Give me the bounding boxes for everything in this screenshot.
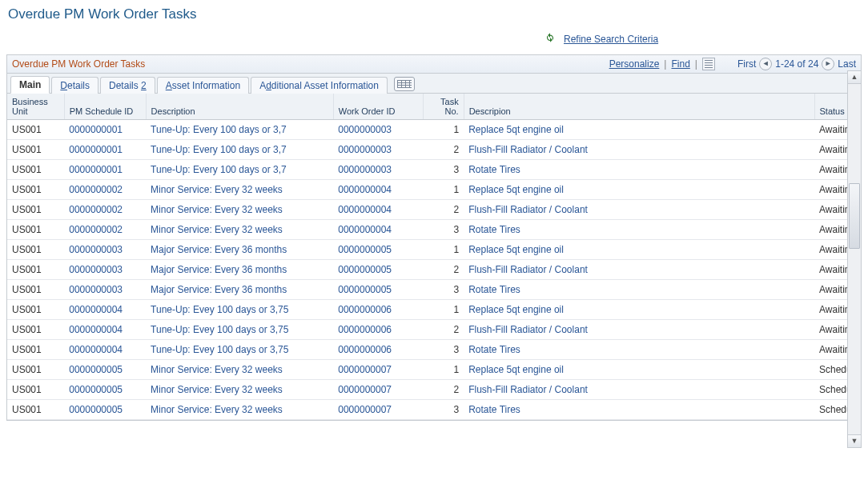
cell-desc2-link[interactable]: Flush-Fill Radiator / Coolant [468,204,588,215]
first-label[interactable]: First [737,58,756,70]
cell-woid-link[interactable]: 0000000003 [338,124,392,135]
cell-desc2-link[interactable]: Replace 5qt engine oil [468,304,564,315]
cell-woid-link[interactable]: 0000000007 [338,404,392,415]
cell-taskno: 1 [423,300,464,320]
cell-desc2-link[interactable]: Flush-Fill Radiator / Coolant [468,144,588,155]
cell-desc-link[interactable]: Tune-Up: Evey 100 days or 3,75 [151,304,288,315]
cell-desc-link[interactable]: Major Service: Every 36 months [151,264,287,275]
cell-taskno: 3 [423,280,464,300]
tab-details[interactable]: Details [51,77,98,94]
cell-desc-link[interactable]: Minor Service: Every 32 weeks [151,384,283,395]
cell-bu: US001 [7,340,64,360]
cell-desc-link[interactable]: Tune-Up: Evey 100 days or 3,75 [151,344,288,355]
cell-woid-link[interactable]: 0000000006 [338,344,392,355]
refine-search-criteria-link[interactable]: Refine Search Criteria [564,34,658,45]
tab-main[interactable]: Main [10,76,50,94]
cell-desc-link[interactable]: Minor Service: Every 32 weeks [151,364,283,375]
cell-pmsched-link[interactable]: 0000000005 [69,404,123,415]
cell-desc2-link[interactable]: Replace 5qt engine oil [468,124,564,135]
cell-woid-link[interactable]: 0000000004 [338,224,392,235]
cell-pmsched-link[interactable]: 0000000002 [69,204,123,215]
scroll-thumb[interactable] [849,183,860,249]
vertical-scrollbar[interactable]: ▲ ▼ [847,70,862,448]
cell-woid-link[interactable]: 0000000003 [338,164,392,175]
cell-pmsched-link[interactable]: 0000000003 [69,264,123,275]
cell-woid-link[interactable]: 0000000003 [338,144,392,155]
cell-desc-link[interactable]: Tune-Up: Evey 100 days or 3,75 [151,324,288,335]
cell-woid-link[interactable]: 0000000007 [338,364,392,375]
page-title: Overdue PM Work Order Tasks [0,0,868,26]
cell-pmsched-link[interactable]: 0000000003 [69,284,123,295]
cell-woid-link[interactable]: 0000000004 [338,204,392,215]
grid-horizontal-scroll[interactable]: Business UnitPM Schedule IDDescriptionWo… [7,94,861,420]
cell-pmsched-link[interactable]: 0000000004 [69,344,123,355]
cell-pmsched-link[interactable]: 0000000001 [69,124,123,135]
tab-details2[interactable]: Details 2 [100,77,155,94]
cell-desc2-link[interactable]: Replace 5qt engine oil [468,364,564,375]
cell-desc2-link[interactable]: Replace 5qt engine oil [468,184,564,195]
cell-taskno: 3 [423,400,464,420]
cell-pmsched-link[interactable]: 0000000001 [69,164,123,175]
cell-taskno: 2 [423,320,464,340]
next-page-button[interactable]: ► [822,58,834,70]
table-row: US0010000000003Major Service: Every 36 m… [7,240,861,260]
cell-desc2-link[interactable]: Flush-Fill Radiator / Coolant [468,264,588,275]
col-header-taskno[interactable]: Task No. [423,94,464,120]
find-link[interactable]: Find [671,58,689,70]
col-header-pmsched[interactable]: PM Schedule ID [64,94,146,120]
scroll-down-button[interactable]: ▼ [848,434,861,447]
col-header-woid[interactable]: Work Order ID [333,94,423,120]
table-row: US0010000000003Major Service: Every 36 m… [7,260,861,280]
download-icon[interactable] [702,58,715,70]
cell-desc2-link[interactable]: Rotate Tires [468,224,520,235]
cell-woid-link[interactable]: 0000000005 [338,244,392,255]
col-header-desc2[interactable]: Descripion [464,94,814,120]
cell-pmsched-link[interactable]: 0000000005 [69,384,123,395]
cell-pmsched-link[interactable]: 0000000005 [69,364,123,375]
personalize-link[interactable]: Personalize [609,58,660,70]
cell-woid-link[interactable]: 0000000006 [338,304,392,315]
cell-taskno: 2 [423,380,464,400]
show-all-columns-icon[interactable] [394,77,415,91]
col-header-bu[interactable]: Business Unit [7,94,64,120]
cell-pmsched-link[interactable]: 0000000003 [69,244,123,255]
col-header-desc[interactable]: Description [146,94,333,120]
cell-woid-link[interactable]: 0000000005 [338,264,392,275]
cell-woid-link[interactable]: 0000000006 [338,324,392,335]
cell-pmsched-link[interactable]: 0000000004 [69,304,123,315]
tab-asset[interactable]: Asset Information [157,77,249,94]
cell-desc-link[interactable]: Tune-Up: Every 100 days or 3,7 [151,144,287,155]
grid-table: Business UnitPM Schedule IDDescriptionWo… [7,94,861,420]
cell-desc-link[interactable]: Major Service: Every 36 months [151,244,287,255]
cell-desc2-link[interactable]: Flush-Fill Radiator / Coolant [468,324,588,335]
cell-desc2-link[interactable]: Replace 5qt engine oil [468,244,564,255]
cell-taskno: 3 [423,220,464,240]
cell-desc-link[interactable]: Major Service: Every 36 months [151,284,287,295]
cell-desc-link[interactable]: Tune-Up: Every 100 days or 3,7 [151,124,287,135]
cell-desc2-link[interactable]: Rotate Tires [468,284,520,295]
cell-desc-link[interactable]: Minor Service: Every 32 weeks [151,184,283,195]
scroll-up-button[interactable]: ▲ [848,71,861,84]
cell-bu: US001 [7,240,64,260]
refresh-icon[interactable] [545,32,556,46]
cell-desc2-link[interactable]: Flush-Fill Radiator / Coolant [468,384,588,395]
cell-desc2-link[interactable]: Rotate Tires [468,404,520,415]
cell-woid-link[interactable]: 0000000007 [338,384,392,395]
prev-page-button[interactable]: ◄ [759,58,772,70]
last-label[interactable]: Last [838,58,856,70]
cell-desc-link[interactable]: Minor Service: Every 32 weeks [151,404,283,415]
cell-pmsched-link[interactable]: 0000000001 [69,144,123,155]
table-row: US0010000000005Minor Service: Every 32 w… [7,380,861,400]
cell-woid-link[interactable]: 0000000005 [338,284,392,295]
cell-desc-link[interactable]: Tune-Up: Every 100 days or 3,7 [151,164,287,175]
cell-desc-link[interactable]: Minor Service: Every 32 weeks [151,204,283,215]
tab-addl_asset[interactable]: Additional Asset Information [251,77,388,94]
grid-title: Overdue PM Work Order Tasks [12,58,145,70]
cell-desc2-link[interactable]: Rotate Tires [468,164,520,175]
cell-pmsched-link[interactable]: 0000000002 [69,184,123,195]
cell-desc-link[interactable]: Minor Service: Every 32 weeks [151,224,283,235]
cell-desc2-link[interactable]: Rotate Tires [468,344,520,355]
cell-pmsched-link[interactable]: 0000000004 [69,324,123,335]
cell-pmsched-link[interactable]: 0000000002 [69,224,123,235]
cell-woid-link[interactable]: 0000000004 [338,184,392,195]
